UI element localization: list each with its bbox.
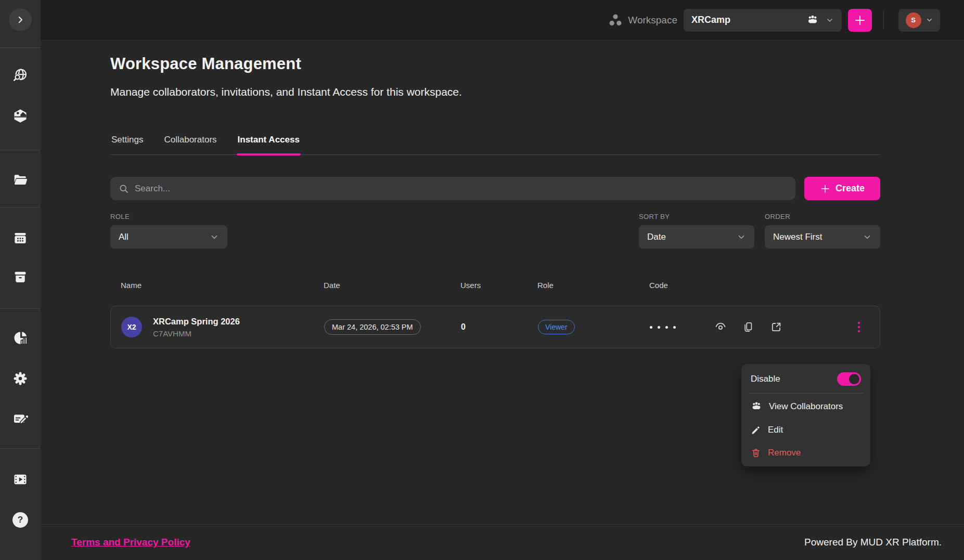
sidebar-item-projects[interactable]: [0, 167, 41, 191]
role-filter-value: All: [119, 232, 128, 242]
archive-box-icon: [12, 269, 28, 285]
plus-icon: [820, 184, 830, 194]
powered-by-text: Powered By MUD XR Platform.: [804, 537, 942, 548]
column-header-name: Name: [121, 281, 324, 290]
main-column: Workspace XRCamp S: [41, 0, 964, 560]
menu-item-disable[interactable]: Disable: [741, 366, 870, 392]
sidebar-item-settings[interactable]: [0, 367, 41, 390]
sort-by-value: Date: [647, 232, 666, 242]
row-masked-code: [650, 326, 714, 329]
row-name: XRCamp Spring 2026: [153, 317, 240, 327]
column-header-code: Code: [649, 281, 714, 290]
row-code-id: C7AVHMM: [153, 329, 240, 338]
topbar-divider: [883, 11, 884, 30]
video-tutorials-icon: [12, 472, 28, 487]
sidebar-item-archive[interactable]: [0, 265, 41, 289]
chevron-down-icon: [926, 16, 933, 24]
search-input[interactable]: [135, 184, 787, 194]
disable-label: Disable: [751, 374, 830, 384]
row-date-badge: Mar 24, 2026, 02:53 PM: [324, 319, 421, 335]
sidebar-divider: [0, 150, 41, 150]
view-collaborators-label: View Collaborators: [769, 401, 861, 412]
chevron-right-icon: [16, 15, 25, 24]
sidebar-divider: [0, 308, 41, 309]
workspace-logo-icon: [608, 12, 623, 28]
tab-bar: Settings Collaborators Instant Access: [110, 135, 880, 155]
tab-collaborators[interactable]: Collaborators: [163, 135, 217, 154]
order-dropdown[interactable]: Newest First: [765, 225, 880, 249]
preview-code-button[interactable]: [714, 321, 727, 333]
sidebar: ?: [0, 0, 41, 560]
sidebar-divider: [0, 207, 41, 207]
workspace-cluster: Workspace: [608, 12, 677, 28]
chevron-down-icon: [826, 16, 834, 24]
row-context-menu: Disable View Collaborators Edit Remove: [741, 364, 870, 466]
create-button-label: Create: [836, 183, 865, 194]
people-group-icon: [751, 401, 762, 412]
help-icon: ?: [12, 512, 28, 528]
remove-label: Remove: [768, 448, 861, 458]
menu-item-remove[interactable]: Remove: [741, 441, 870, 464]
search-box: [110, 177, 795, 200]
copy-icon: [742, 321, 754, 333]
menu-item-edit[interactable]: Edit: [741, 419, 870, 441]
sidebar-item-subscription[interactable]: [0, 407, 41, 431]
workspace-selector-value: XRCamp: [691, 15, 730, 25]
menu-item-view-collaborators[interactable]: View Collaborators: [741, 395, 870, 419]
sort-by-dropdown[interactable]: Date: [639, 225, 754, 249]
tab-instant-access[interactable]: Instant Access: [237, 135, 301, 154]
terms-privacy-link[interactable]: Terms and Privacy Policy: [71, 537, 190, 548]
trash-icon: [751, 448, 761, 458]
copy-code-button[interactable]: [742, 321, 754, 333]
workspace-label: Workspace: [628, 15, 677, 26]
chevron-down-icon: [737, 232, 746, 242]
workspace-selector[interactable]: XRCamp: [684, 9, 842, 32]
sidebar-item-assets[interactable]: [0, 104, 41, 128]
user-menu-button[interactable]: S: [898, 9, 940, 32]
pencil-icon: [751, 425, 761, 435]
sidebar-item-sessions[interactable]: [0, 226, 41, 250]
table-header: Name Date Users Role Code: [110, 281, 880, 290]
sidebar-divider: [0, 47, 41, 48]
row-name-cell: X2 XRCamp Spring 2026 C7AVHMM: [121, 317, 324, 338]
row-role-badge: Viewer: [538, 320, 575, 334]
create-workspace-button[interactable]: [848, 9, 872, 32]
row-avatar: X2: [121, 317, 142, 337]
external-link-icon: [770, 321, 782, 333]
page-title: Workspace Management: [110, 55, 880, 73]
sidebar-item-analytics[interactable]: [0, 326, 41, 350]
footer: Terms and Privacy Policy Powered By MUD …: [41, 524, 964, 560]
column-header-date: Date: [324, 281, 460, 290]
edit-label: Edit: [768, 425, 861, 435]
cube-gallery-icon: [12, 108, 28, 124]
table-row: X2 XRCamp Spring 2026 C7AVHMM Mar 24, 20…: [110, 306, 880, 348]
filters-row: ROLE All SORT BY Date: [110, 213, 880, 249]
sidebar-item-explore[interactable]: [0, 63, 41, 87]
sort-by-label: SORT BY: [639, 213, 754, 220]
disable-toggle[interactable]: [837, 372, 861, 386]
column-header-users: Users: [460, 281, 537, 290]
analytics-pie-icon: [12, 330, 28, 346]
people-group-icon: [806, 14, 819, 27]
sidebar-expand-button[interactable]: [9, 8, 32, 31]
order-label: ORDER: [765, 213, 880, 220]
menu-divider: [749, 393, 863, 394]
eye-icon: [714, 321, 727, 333]
chevron-down-icon: [210, 232, 219, 242]
toolbar: Create: [110, 177, 880, 200]
column-header-role: Role: [537, 281, 649, 290]
row-menu-button[interactable]: [856, 320, 862, 334]
role-filter-dropdown[interactable]: All: [110, 225, 227, 249]
sidebar-item-help[interactable]: ?: [0, 508, 41, 532]
create-button[interactable]: Create: [804, 177, 880, 200]
folder-open-icon: [12, 172, 28, 187]
calendar-grid-icon: [12, 230, 28, 246]
search-icon: [119, 184, 129, 194]
role-filter-label: ROLE: [110, 213, 227, 220]
open-link-button[interactable]: [770, 321, 782, 333]
row-actions: [714, 320, 869, 334]
page-subtitle: Manage collaborators, invitations, and I…: [110, 86, 880, 98]
sidebar-item-tutorials[interactable]: [0, 467, 41, 491]
settings-gear-icon: [12, 371, 28, 386]
tab-settings[interactable]: Settings: [110, 135, 144, 154]
